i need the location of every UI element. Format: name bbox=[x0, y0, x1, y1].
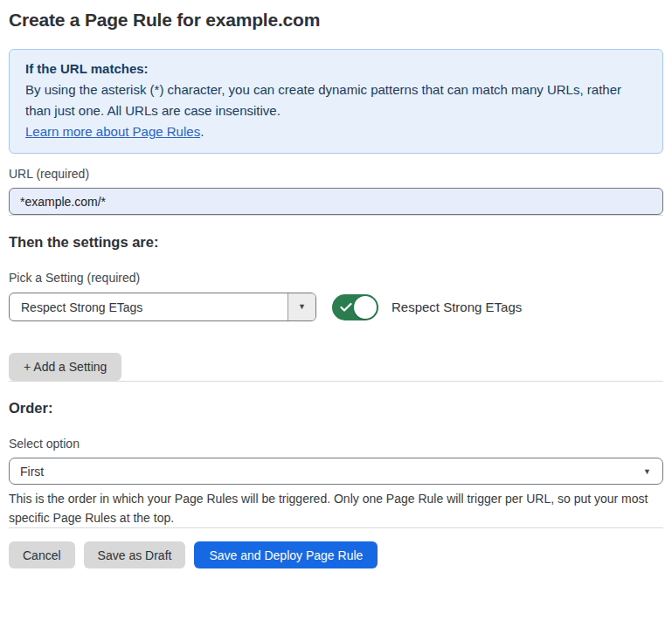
info-box-heading: If the URL matches: bbox=[25, 59, 647, 79]
setting-select-value: Respect Strong ETags bbox=[10, 300, 288, 314]
etag-toggle[interactable] bbox=[332, 294, 378, 320]
link-period: . bbox=[200, 124, 204, 139]
order-select[interactable]: First ▼ bbox=[9, 458, 663, 485]
settings-heading: Then the settings are: bbox=[9, 233, 663, 251]
create-page-rule-form: Create a Page Rule for example.com If th… bbox=[0, 0, 672, 582]
url-match-info-box: If the URL matches: By using the asteris… bbox=[9, 49, 663, 154]
add-setting-button[interactable]: + Add a Setting bbox=[9, 353, 121, 381]
order-select-value: First bbox=[10, 465, 662, 479]
setting-select-arrow-button[interactable]: ▼ bbox=[288, 293, 315, 320]
divider bbox=[9, 215, 663, 216]
page-title: Create a Page Rule for example.com bbox=[9, 9, 663, 31]
toggle-label: Respect Strong ETags bbox=[391, 300, 522, 314]
order-help-text: This is the order in which your Page Rul… bbox=[9, 489, 663, 527]
order-heading: Order: bbox=[9, 399, 663, 417]
check-icon bbox=[340, 302, 352, 312]
info-box-link-line: Learn more about Page Rules. bbox=[25, 121, 647, 142]
caret-down-icon: ▼ bbox=[643, 467, 651, 475]
save-deploy-button[interactable]: Save and Deploy Page Rule bbox=[194, 541, 378, 568]
info-box-body: By using the asterisk (*) character, you… bbox=[25, 79, 647, 121]
url-input[interactable] bbox=[9, 188, 663, 215]
setting-select[interactable]: Respect Strong ETags ▼ bbox=[9, 293, 316, 321]
setting-row: Respect Strong ETags ▼ Respect Strong ET… bbox=[9, 293, 663, 321]
footer-actions: Cancel Save as Draft Save and Deploy Pag… bbox=[9, 541, 663, 568]
cancel-button[interactable]: Cancel bbox=[9, 541, 75, 568]
pick-setting-label: Pick a Setting (required) bbox=[9, 271, 663, 286]
divider bbox=[9, 381, 663, 382]
url-label: URL (required) bbox=[9, 167, 663, 182]
select-option-label: Select option bbox=[9, 437, 663, 451]
toggle-knob[interactable] bbox=[354, 296, 377, 319]
caret-down-icon: ▼ bbox=[298, 303, 306, 311]
divider bbox=[9, 527, 663, 528]
learn-more-link[interactable]: Learn more about Page Rules bbox=[25, 124, 200, 139]
save-draft-button[interactable]: Save as Draft bbox=[84, 541, 186, 568]
